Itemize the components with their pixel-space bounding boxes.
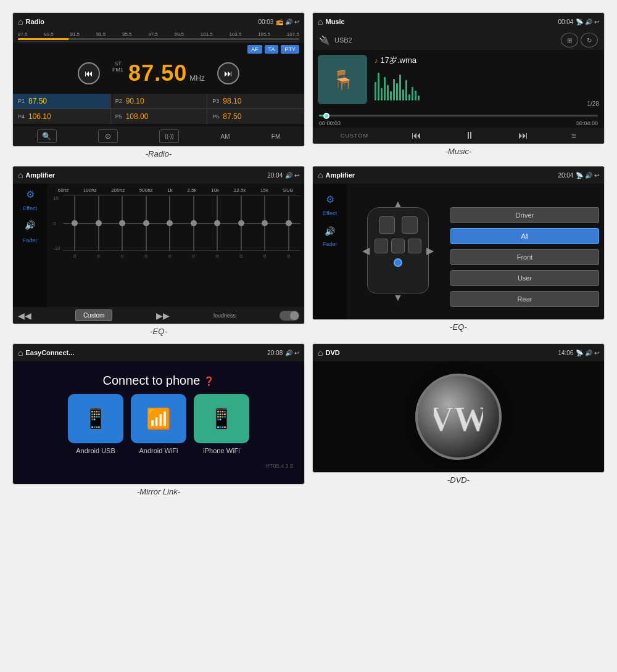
dvd-icons: 📡 🔊 ↩: [576, 350, 599, 356]
eq2-effect-icon[interactable]: ⚙: [326, 194, 334, 205]
mirror-android-wifi-option[interactable]: 📶 Android WiFi: [131, 394, 186, 454]
eq2-driver-button[interactable]: Driver: [450, 207, 599, 223]
eq2-cell: ⌂ Amplifier 20:04 📡 🔊 ↩ ⚙ Effect 🔊 Fader: [312, 166, 605, 336]
dvd-home-icon[interactable]: ⌂: [318, 348, 323, 358]
mirror-android-usb-option[interactable]: 📱 Android USB: [68, 394, 123, 454]
music-info-panel: ♪ 17岁.wma: [375, 55, 599, 107]
pty-button[interactable]: PTY: [281, 45, 299, 54]
music-main-area: 🪑 ♪ 17岁.wma: [313, 50, 604, 112]
dvd-cell: ⌂ DVD 14:06 📡 🔊 ↩ VW -DVD-: [312, 343, 605, 496]
eq-right-arrow[interactable]: ▶▶: [156, 311, 170, 321]
music-pause-button[interactable]: ⏸: [465, 130, 474, 141]
ta-button[interactable]: TA: [265, 45, 279, 54]
eq-fader-label: Fader: [23, 237, 38, 244]
mirror-caption: -Mirror Link-: [137, 487, 180, 496]
radio-cell: ⌂ Radio 00:03 📻 🔊 ↩ 87.589.591.593.595.5…: [12, 12, 305, 158]
radio-scan-icon[interactable]: 🔍: [37, 129, 57, 143]
music-prev-button[interactable]: ⏮: [412, 130, 421, 141]
eq2-status-left: ⌂ Amplifier: [318, 170, 355, 180]
music-grid-icon[interactable]: ⊞: [561, 33, 578, 47]
eq-left-arrow[interactable]: ◀◀: [18, 311, 31, 321]
music-next-button[interactable]: ⏭: [518, 130, 528, 141]
radio-freq-scale: 87.589.591.593.595.5 97.599.5101.5103.51…: [18, 31, 299, 37]
eq2-status-bar: ⌂ Amplifier 20:04 📡 🔊 ↩: [313, 166, 604, 184]
radio-status-bar: ⌂ Radio 00:03 📻 🔊 ↩: [13, 13, 304, 30]
eq2-fader-label: Fader: [323, 241, 337, 247]
home-icon[interactable]: ⌂: [18, 17, 23, 27]
radio-repeat-icon[interactable]: ⊙: [98, 129, 118, 143]
eq-screen: ⌂ Amplifier 20:04 🔊 ↩ ⚙ Effect 🔊 Fader: [12, 166, 305, 324]
preset-p1[interactable]: P1 87.50: [13, 94, 110, 109]
music-note-icon: ♪: [375, 57, 378, 64]
eq2-user-button[interactable]: User: [450, 270, 599, 286]
music-time: 00:04: [558, 18, 573, 25]
eq-status-right: 20:04 🔊 ↩: [267, 172, 299, 179]
radio-fm-label: FM1: [112, 67, 123, 73]
mirror-version-label: HT05.4.3.5: [19, 461, 298, 472]
radio-bottom-bar: 🔍 ⊙ ((·)) AM FM: [13, 126, 304, 146]
preset-p3[interactable]: P3 98.10: [207, 94, 304, 109]
dvd-time: 14:06: [558, 350, 573, 356]
eq2-front-button[interactable]: Front: [450, 249, 599, 265]
car-up-button[interactable]: ▲: [393, 199, 403, 210]
car-right-button[interactable]: ▶: [426, 245, 434, 256]
mirror-title-text: Connect to phone: [103, 374, 201, 388]
mirror-help-icon[interactable]: ❓: [204, 376, 214, 386]
radio-am-label[interactable]: AM: [221, 133, 230, 140]
mirror-screen: ⌂ EasyConnect... 20:08 🔊 ↩ Connect to ph…: [12, 343, 305, 485]
af-button[interactable]: AF: [247, 45, 262, 54]
preset-p5[interactable]: P5 108.00: [110, 109, 207, 124]
radio-time: 00:03: [258, 18, 273, 25]
vw-logo-circle: VW: [415, 374, 502, 460]
rear-seats: [368, 236, 428, 256]
radio-rds-icon[interactable]: ((·)): [159, 129, 179, 143]
radio-presets: P1 87.50 P2 90.10 P3 98.10 P4 106.10 P5: [13, 94, 304, 124]
eq-sidebar: ⚙ Effect 🔊 Fader: [13, 184, 47, 307]
mirror-iphone-wifi-option[interactable]: 📱 iPhone WiFi: [194, 394, 249, 454]
eq2-buttons-panel: Driver All Front User Rear: [450, 189, 599, 314]
preset-p4[interactable]: P4 106.10: [13, 109, 110, 124]
music-controls-bar: CUSTOM ⏮ ⏸ ⏭ ≡: [313, 128, 604, 144]
eq-status-bar: ⌂ Amplifier 20:04 🔊 ↩: [13, 166, 304, 184]
preset-p2[interactable]: P2 90.10: [110, 94, 207, 109]
car-down-button[interactable]: ▼: [393, 292, 403, 303]
music-progress-bar[interactable]: [319, 115, 598, 117]
mirror-time: 20:08: [267, 350, 283, 356]
eq-loudness-toggle[interactable]: [280, 311, 299, 321]
radio-progress-bar: [18, 38, 299, 40]
mirror-title-row: Connect to phone ❓: [103, 374, 215, 388]
mirror-status-left: ⌂ EasyConnect...: [18, 348, 74, 358]
music-list-button[interactable]: ≡: [571, 131, 576, 141]
eq-time: 20:04: [267, 172, 283, 179]
eq2-home-icon[interactable]: ⌂: [318, 170, 323, 180]
mirror-home-icon[interactable]: ⌂: [18, 348, 23, 358]
music-mode-buttons: ⊞ ↻: [561, 33, 598, 47]
music-progress-container: [313, 112, 604, 119]
eq2-rear-button[interactable]: Rear: [450, 291, 599, 307]
car-center-dot: [394, 258, 402, 267]
music-repeat-icon[interactable]: ↻: [581, 33, 598, 47]
eq2-status-right: 20:04 📡 🔊 ↩: [558, 172, 599, 179]
car-left-button[interactable]: ◀: [362, 245, 370, 256]
dvd-app-title: DVD: [325, 349, 339, 356]
eq-speaker-icon[interactable]: 🔊: [25, 220, 35, 230]
music-time-display: 00:00:03 00:04:00: [313, 119, 604, 128]
radio-next-button[interactable]: ⏭: [217, 62, 239, 84]
music-caption: -Music-: [445, 147, 472, 156]
eq2-screen: ⌂ Amplifier 20:04 📡 🔊 ↩ ⚙ Effect 🔊 Fader: [312, 166, 605, 320]
radio-fm-btn[interactable]: FM: [271, 133, 280, 140]
eq-effect-icon[interactable]: ⚙: [26, 189, 35, 200]
music-home-icon[interactable]: ⌂: [318, 17, 323, 27]
eq2-all-button[interactable]: All: [450, 228, 599, 244]
music-source-label: USB2: [334, 36, 556, 44]
eq-app-title: Amplifier: [25, 171, 55, 179]
radio-prev-button[interactable]: ⏮: [78, 62, 100, 84]
mirror-cell: ⌂ EasyConnect... 20:08 🔊 ↩ Connect to ph…: [12, 343, 305, 496]
eq-custom-button[interactable]: Custom: [75, 309, 112, 321]
eq2-speaker-icon[interactable]: 🔊: [325, 226, 335, 236]
mirror-main-area: Connect to phone ❓ 📱 Android USB 📶: [13, 361, 304, 484]
car-diagram-container: ▲ ▼ ◀ ▶: [352, 189, 444, 312]
radio-status-left: ⌂ Radio: [18, 17, 44, 27]
eq-home-icon[interactable]: ⌂: [18, 170, 23, 180]
preset-p6[interactable]: P6 87.50: [207, 109, 304, 124]
